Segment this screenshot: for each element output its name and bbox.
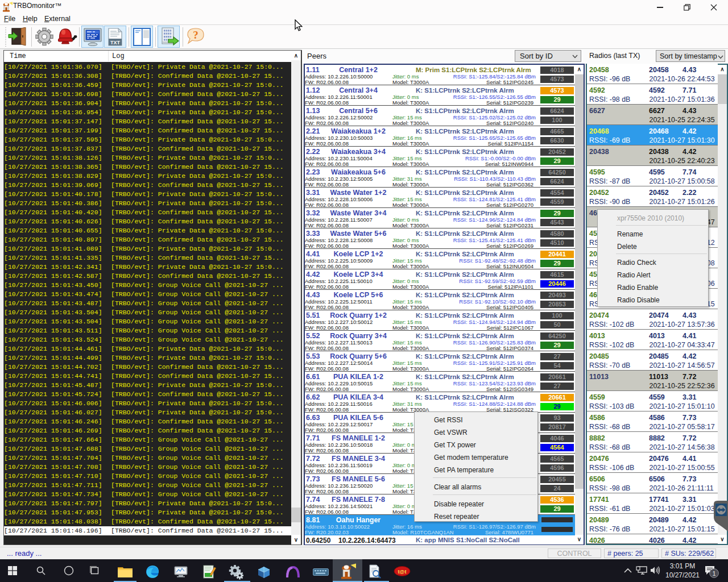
svg-text:t@t: t@t: [398, 569, 407, 575]
svg-text:?: ?: [193, 29, 198, 41]
svg-text:TXT: TXT: [110, 40, 121, 45]
svg-text:1: 1: [712, 570, 715, 577]
